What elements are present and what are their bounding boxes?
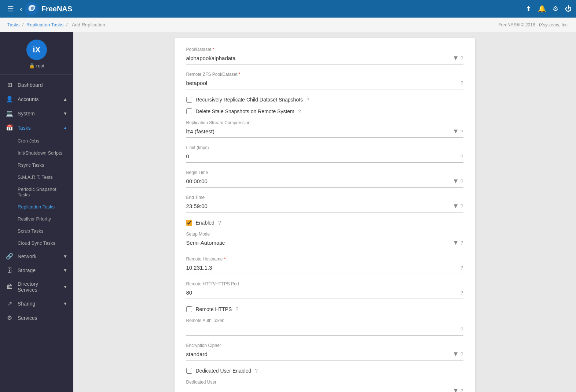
sidebar-item-cron-jobs[interactable]: Cron Jobs	[0, 135, 73, 147]
sidebar-item-directory-services[interactable]: 🏛 Directory Services ▼	[0, 277, 73, 296]
breadcrumb-current: Add Replication	[72, 22, 105, 27]
encryption-cipher-dropdown-icon[interactable]: ▼	[452, 350, 459, 358]
dedicated-user-enabled-checkbox[interactable]	[186, 368, 192, 374]
enabled-label[interactable]: Enabled	[196, 220, 214, 226]
recursive-replicate-help-icon[interactable]: ?	[307, 97, 309, 103]
begin-time-field: Begin Time 00:00:00 01:00:00 ▼ ?	[186, 170, 463, 188]
remote-port-help-icon[interactable]: ?	[461, 290, 463, 296]
pool-dataset-input[interactable]	[186, 53, 452, 63]
remote-auth-token-help-icon[interactable]: ?	[461, 326, 463, 332]
remote-zfs-help-icon[interactable]: ?	[461, 80, 463, 86]
sidebar-item-storage[interactable]: 🗄 Storage ▼	[0, 263, 73, 277]
dedicated-user-enabled-label[interactable]: Dedicated User Enabled	[196, 368, 252, 374]
remote-https-checkbox[interactable]	[186, 306, 192, 312]
encryption-cipher-select[interactable]: standard fast disabled	[186, 350, 452, 359]
hamburger-button[interactable]: ☰	[4, 3, 17, 15]
lock-icon: 🔒	[29, 63, 35, 69]
sidebar-item-network[interactable]: 🔗 Network ▼	[0, 249, 73, 263]
remote-https-help-icon[interactable]: ?	[235, 306, 238, 312]
pool-dataset-label: Pool/Dataset *	[186, 47, 463, 52]
sidebar-item-sharing[interactable]: ↗ Sharing ▼	[0, 296, 73, 311]
dedicated-user-dropdown-icon[interactable]: ▼	[452, 387, 459, 392]
sidebar-item-scrub-tasks[interactable]: Scrub Tasks	[0, 225, 73, 237]
dedicated-user-input[interactable]	[186, 386, 452, 392]
dedicated-user-row: ▼ ?	[186, 386, 463, 392]
breadcrumb-sep-1: /	[22, 22, 24, 27]
remote-hostname-input[interactable]	[186, 263, 461, 272]
remote-zfs-label: Remote ZFS Pool/Dataset *	[186, 72, 463, 77]
setup-mode-help-icon[interactable]: ?	[461, 240, 463, 246]
sidebar-item-tasks[interactable]: 📅 Tasks ▲	[0, 121, 73, 135]
pool-dataset-dropdown-icon[interactable]: ▼	[452, 54, 459, 62]
remote-auth-token-field: Remote Auth Token ?	[186, 318, 463, 336]
enabled-help-icon[interactable]: ?	[218, 220, 221, 226]
replication-tasks-label: Replication Tasks	[18, 204, 55, 210]
end-time-help-icon[interactable]: ?	[461, 203, 463, 209]
accounts-icon: 👤	[6, 96, 13, 103]
encryption-cipher-field: Encryption Cipher standard fast disabled…	[186, 343, 463, 360]
sidebar-item-smart-tests[interactable]: S.M.A.R.T. Tests	[0, 171, 73, 183]
dedicated-user-help-icon[interactable]: ?	[461, 388, 463, 392]
sharing-arrow: ▼	[63, 301, 67, 306]
sidebar-item-periodic-snapshot[interactable]: Periodic Snapshot Tasks	[0, 183, 73, 201]
breadcrumb-tasks[interactable]: Tasks	[7, 22, 19, 27]
delete-stale-help-icon[interactable]: ?	[298, 108, 301, 114]
recursive-replicate-checkbox[interactable]	[186, 97, 192, 103]
compression-help-icon[interactable]: ?	[461, 129, 463, 134]
begin-time-help-icon[interactable]: ?	[461, 178, 463, 184]
copyright: FreeNAS® © 2018 - iXsystems, Inc.	[498, 22, 569, 27]
sidebar-item-replication-tasks[interactable]: Replication Tasks	[0, 201, 73, 213]
setup-mode-dropdown-icon[interactable]: ▼	[452, 239, 459, 247]
bell-icon[interactable]: 🔔	[538, 5, 546, 13]
network-icon: 🔗	[6, 253, 13, 260]
gear-icon[interactable]: ⚙	[553, 5, 558, 13]
recursive-replicate-label[interactable]: Recursively Replicate Child Dataset Snap…	[196, 97, 303, 103]
delete-stale-checkbox[interactable]	[186, 108, 192, 114]
remote-port-input[interactable]	[186, 288, 461, 297]
compression-label: Replication Stream Compression	[186, 120, 463, 125]
enabled-checkbox[interactable]	[186, 220, 192, 226]
sidebar-item-resilver-priority[interactable]: Resilver Priority	[0, 213, 73, 225]
tasks-icon: 📅	[6, 124, 13, 131]
sidebar-item-dashboard[interactable]: ⊞ Dashboard	[0, 78, 73, 92]
sidebar-item-cloud-sync[interactable]: Cloud Sync Tasks	[0, 237, 73, 249]
pool-dataset-row: ▼ ?	[186, 53, 463, 64]
compression-select[interactable]: lz4 (fastest) Off pigz (all rounder) plz…	[186, 127, 452, 136]
end-time-select[interactable]: 23:59:00 22:00:00	[186, 201, 452, 211]
setup-mode-select[interactable]: Semi-Automatic Manual	[186, 238, 452, 247]
storage-icon: 🗄	[6, 267, 13, 274]
breadcrumb-bar: Tasks / Replication Tasks / Add Replicat…	[0, 18, 576, 32]
tasks-arrow: ▲	[63, 125, 67, 130]
end-time-dropdown-icon[interactable]: ▼	[452, 202, 459, 210]
remote-auth-token-label: Remote Auth Token	[186, 318, 463, 323]
encryption-cipher-help-icon[interactable]: ?	[461, 351, 463, 357]
delete-stale-row: Delete Stale Snapshots on Remote System …	[186, 108, 463, 114]
sidebar-item-init-shutdown[interactable]: Init/Shutdown Scripts	[0, 147, 73, 159]
breadcrumb-replication[interactable]: Replication Tasks	[26, 22, 63, 27]
remote-hostname-help-icon[interactable]: ?	[461, 265, 463, 271]
remote-https-label[interactable]: Remote HTTPS	[196, 306, 232, 312]
sidebar-item-accounts[interactable]: 👤 Accounts ▲	[0, 92, 73, 106]
sidebar-item-services[interactable]: ⚙ Services	[0, 311, 73, 325]
pool-dataset-help-icon[interactable]: ?	[461, 55, 463, 61]
remote-zfs-input[interactable]	[186, 78, 461, 88]
back-button[interactable]: ‹	[17, 3, 25, 15]
begin-time-select[interactable]: 00:00:00 01:00:00	[186, 177, 452, 186]
network-arrow: ▼	[63, 254, 67, 259]
directory-services-icon: 🏛	[6, 284, 13, 290]
sidebar-item-rsync-tasks[interactable]: Rsync Tasks	[0, 159, 73, 171]
delete-stale-label[interactable]: Delete Stale Snapshots on Remote System	[196, 108, 294, 114]
upload-icon[interactable]: ⬆	[526, 5, 531, 13]
end-time-field: End Time 23:59:00 22:00:00 ▼ ?	[186, 195, 463, 212]
compression-dropdown-icon[interactable]: ▼	[452, 127, 459, 135]
limit-help-icon[interactable]: ?	[461, 154, 463, 159]
dedicated-user-enabled-help-icon[interactable]: ?	[255, 368, 258, 374]
power-icon[interactable]: ⏻	[565, 5, 572, 13]
sidebar-item-system[interactable]: 💻 System ▼	[0, 106, 73, 121]
smart-tests-label: S.M.A.R.T. Tests	[18, 174, 53, 180]
limit-input[interactable]	[186, 152, 461, 161]
remote-auth-token-input[interactable]	[186, 325, 461, 334]
sidebar-item-storage-label: Storage	[18, 267, 36, 273]
remote-port-field: Remote HTTP/HTTPS Port ?	[186, 281, 463, 299]
begin-time-dropdown-icon[interactable]: ▼	[452, 177, 459, 185]
